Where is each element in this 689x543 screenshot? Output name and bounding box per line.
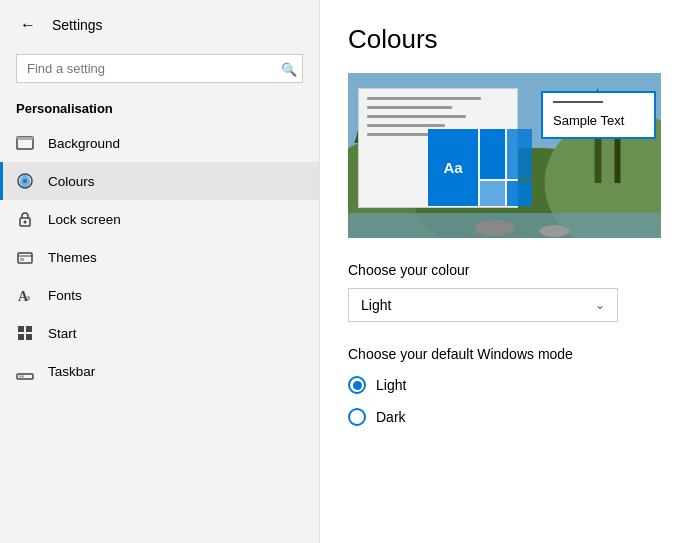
- chevron-down-icon: ⌄: [595, 298, 605, 312]
- svg-rect-11: [18, 326, 24, 332]
- tile-small-2: [507, 129, 532, 179]
- themes-label: Themes: [48, 250, 97, 265]
- svg-rect-16: [19, 376, 24, 378]
- radio-option-light[interactable]: Light: [348, 376, 661, 394]
- colour-dropdown-value: Light: [361, 297, 391, 313]
- search-icon[interactable]: 🔍: [281, 61, 297, 76]
- preview-line-3: [367, 115, 466, 118]
- sidebar: ← Settings 🔍 Personalisation Background …: [0, 0, 320, 543]
- lock-screen-icon: [16, 210, 34, 228]
- svg-rect-27: [615, 133, 621, 183]
- colours-icon: [16, 172, 34, 190]
- sidebar-item-fonts[interactable]: A a Fonts: [0, 276, 319, 314]
- sample-text-label: Sample Text: [553, 113, 624, 128]
- lock-screen-label: Lock screen: [48, 212, 121, 227]
- tile-small-1: [480, 129, 505, 179]
- preview-line-2: [367, 106, 452, 109]
- sidebar-title: Settings: [52, 17, 103, 33]
- colours-label: Colours: [48, 174, 95, 189]
- svg-point-3: [23, 179, 27, 183]
- search-input[interactable]: [16, 54, 303, 83]
- svg-point-5: [24, 221, 27, 224]
- sample-text-line: [553, 101, 603, 103]
- radio-light-circle: [348, 376, 366, 394]
- radio-dark-circle: [348, 408, 366, 426]
- search-container: 🔍: [16, 54, 303, 83]
- tile-main: Aa: [428, 129, 478, 206]
- svg-rect-13: [18, 334, 24, 340]
- sidebar-item-background[interactable]: Background: [0, 124, 319, 162]
- svg-rect-14: [26, 334, 32, 340]
- tile-small-4: [507, 181, 532, 206]
- mode-section-heading: Choose your default Windows mode: [348, 346, 661, 362]
- tile-small-3: [480, 181, 505, 206]
- preview-line-1: [367, 97, 481, 100]
- back-button[interactable]: ←: [16, 12, 40, 38]
- personalisation-section-label: Personalisation: [0, 95, 319, 124]
- taskbar-icon: [16, 362, 34, 380]
- svg-rect-12: [26, 326, 32, 332]
- main-content: Colours: [320, 0, 689, 543]
- preview-tiles: Aa: [428, 129, 532, 233]
- preview-sample-text-box: Sample Text: [541, 91, 656, 139]
- svg-text:a: a: [26, 292, 30, 302]
- start-label: Start: [48, 326, 77, 341]
- svg-point-31: [540, 225, 570, 237]
- taskbar-label: Taskbar: [48, 364, 95, 379]
- sidebar-header: ← Settings: [0, 0, 319, 50]
- sidebar-item-start[interactable]: Start: [0, 314, 319, 352]
- radio-light-label: Light: [376, 377, 406, 393]
- background-label: Background: [48, 136, 120, 151]
- background-icon: [16, 134, 34, 152]
- sidebar-item-colours[interactable]: Colours: [0, 162, 319, 200]
- start-icon: [16, 324, 34, 342]
- sidebar-item-themes[interactable]: Themes: [0, 238, 319, 276]
- preview-area: Aa Sample Text: [348, 73, 661, 238]
- themes-icon: [16, 248, 34, 266]
- colour-dropdown[interactable]: Light ⌄: [348, 288, 618, 322]
- radio-dark-label: Dark: [376, 409, 406, 425]
- svg-rect-1: [17, 137, 33, 140]
- preview-line-4: [367, 124, 445, 127]
- page-title: Colours: [348, 24, 661, 55]
- sidebar-item-taskbar[interactable]: Taskbar: [0, 352, 319, 390]
- radio-option-dark[interactable]: Dark: [348, 408, 661, 426]
- colour-section-heading: Choose your colour: [348, 262, 661, 278]
- fonts-label: Fonts: [48, 288, 82, 303]
- sidebar-item-lock-screen[interactable]: Lock screen: [0, 200, 319, 238]
- svg-rect-8: [20, 258, 24, 261]
- fonts-icon: A a: [16, 286, 34, 304]
